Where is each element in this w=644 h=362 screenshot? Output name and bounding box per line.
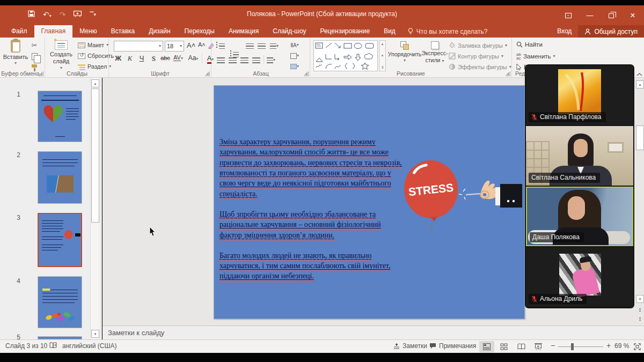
bullets-icon[interactable] [216, 42, 225, 50]
shape-effects-button[interactable]: Эффекты фигуры▾ [449, 63, 511, 70]
tab-menu[interactable]: Меню [72, 25, 104, 38]
new-slide-button[interactable]: Создать слайд ▾ [47, 40, 76, 70]
participant-tile-3-active-speaker[interactable]: Даша Полякова [526, 187, 633, 246]
collapse-ribbon-icon[interactable] [636, 72, 643, 78]
comments-toggle[interactable]: Примечания [429, 342, 476, 350]
participant-tile-4[interactable]: Альона Дриль [526, 247, 633, 307]
participant-tile-1[interactable]: Світлана Парфілова [526, 65, 633, 125]
arrange-button[interactable]: Упорядочить ▾ [389, 41, 421, 63]
slide-thumbnail-2[interactable] [38, 151, 82, 204]
slide-thumbnail-4[interactable] [38, 276, 82, 328]
arrange-icon [400, 41, 409, 50]
cut-icon[interactable]: ✂ [30, 41, 39, 49]
reading-view-button[interactable] [514, 341, 529, 352]
share-button[interactable]: Общий доступ [578, 25, 644, 38]
tab-slideshow[interactable]: Слайд-шоу [266, 25, 313, 38]
slide-sorter-view-button[interactable] [496, 341, 511, 352]
slideshow-view-button[interactable] [531, 341, 546, 352]
shape-text-box-icon [316, 43, 323, 48]
current-slide-canvas[interactable]: Зміна характеру харчування, порушення ре… [214, 85, 525, 319]
font-dialog-launcher[interactable] [205, 71, 210, 76]
align-right-icon[interactable] [240, 56, 248, 64]
text-direction-icon[interactable]: ⅡA▾ [290, 41, 299, 49]
clipboard-dialog-launcher[interactable] [39, 71, 43, 76]
zoom-slider-track[interactable] [558, 346, 603, 347]
shape-outline-button[interactable]: Контур фигуры▾ [449, 53, 503, 60]
language-status[interactable]: английский (США) [62, 342, 116, 350]
thumbnail-scrollbar[interactable]: ▴ ▾ [90, 78, 99, 339]
slide-thumbnail-3-selected[interactable] [38, 213, 82, 267]
line-spacing-icon[interactable]: ▾ [270, 42, 279, 50]
italic-button[interactable]: К [125, 54, 135, 63]
restore-icon[interactable] [608, 12, 615, 19]
section-button[interactable]: Раздел▾ [78, 63, 111, 70]
tab-animations[interactable]: Анимация [222, 25, 266, 38]
sign-in-button[interactable]: Вход [551, 25, 578, 38]
align-center-icon[interactable] [228, 56, 237, 64]
spellcheck-icon[interactable] [49, 342, 57, 351]
thumb-scroll-down-icon[interactable]: ▾ [91, 330, 99, 338]
paragraph-dialog-launcher[interactable] [304, 71, 309, 76]
replace-button[interactable]: abac Заменить▾ [516, 53, 555, 60]
zoom-in-button[interactable]: + [606, 341, 611, 350]
slide-thumbnail-1[interactable] [38, 91, 82, 142]
doc-scroll-up-icon[interactable]: ▴ [636, 80, 644, 88]
zoom-out-button[interactable]: − [551, 341, 555, 350]
tab-home[interactable]: Главная [34, 25, 73, 38]
next-slide-icon[interactable]: ▾▾ [636, 315, 644, 323]
quick-styles-button[interactable]: Экспресс- стили ▾ [421, 41, 449, 63]
shrink-font-icon[interactable]: A˄ [198, 41, 206, 48]
decrease-indent-icon[interactable] [245, 42, 254, 50]
tab-insert[interactable]: Вставка [104, 25, 142, 38]
tab-review[interactable]: Рецензирование [313, 25, 377, 38]
convert-smartart-icon[interactable]: ▾ [290, 62, 299, 71]
layout-button[interactable]: Макет▾ [78, 42, 108, 48]
align-left-icon[interactable] [216, 56, 225, 64]
normal-view-button[interactable] [479, 341, 494, 352]
drawing-dialog-launcher[interactable] [506, 71, 510, 76]
tab-view[interactable]: Вид [377, 25, 402, 38]
paste-button[interactable]: Вставить ▾ [4, 40, 27, 65]
shapes-gallery-scrollbar[interactable]: ▴▾⊻ [379, 40, 386, 71]
zoom-slider-thumb[interactable] [571, 343, 574, 350]
strikethrough-button[interactable]: abc [160, 55, 171, 61]
tab-design[interactable]: Дизайн [142, 25, 177, 38]
copy-icon[interactable] [30, 52, 39, 61]
tab-file[interactable]: Файл [4, 25, 34, 38]
character-spacing-button[interactable]: AV▾ [173, 54, 184, 61]
participant-tile-2[interactable]: Світлана Сальникова [526, 126, 633, 186]
tell-me-box[interactable]: Что вы хотите сделать? [402, 25, 493, 38]
minimize-icon[interactable]: — [586, 12, 594, 19]
find-button[interactable]: Найти [516, 41, 543, 48]
notes-toggle[interactable]: Заметки [393, 342, 427, 350]
bold-button[interactable]: Ж [113, 54, 123, 62]
shape-fill-button[interactable]: Заливка фигуры▾ [449, 42, 507, 49]
group-label-slides: Слайды [46, 70, 108, 77]
document-scrollbar[interactable]: ▴ ▾ ▴▴ ▾▾ [635, 80, 643, 324]
increase-indent-icon[interactable] [257, 42, 266, 50]
text-shadow-button[interactable]: S [148, 54, 159, 63]
notes-pane[interactable]: Заметки к слайду [103, 326, 644, 339]
font-size-combobox[interactable]: 18▾ [165, 41, 184, 51]
doc-scroll-down-icon[interactable]: ▾ [636, 295, 644, 303]
close-icon[interactable]: × [629, 12, 636, 19]
ribbon-display-options-icon[interactable]: ^ [565, 12, 572, 19]
align-text-icon[interactable]: ▾ [290, 51, 299, 60]
font-name-combobox[interactable]: ▾ [114, 41, 163, 51]
grow-font-icon[interactable]: A˄ [187, 41, 195, 49]
shape-effects-icon [449, 63, 456, 70]
fit-to-window-button[interactable] [631, 341, 643, 352]
abstract-avatar-image [558, 69, 601, 114]
underline-button[interactable]: Ч [136, 54, 147, 62]
reset-button[interactable]: Сбросить [78, 53, 114, 59]
justify-icon[interactable] [252, 56, 260, 64]
previous-slide-icon[interactable]: ▴▴ [636, 305, 644, 313]
zoom-level[interactable]: 69 % [614, 342, 629, 350]
title-bar: ↶▾ ↷ ▔▾ Полякова - PowerPoint (Сбой акти… [0, 5, 644, 25]
columns-icon[interactable]: ▾ [267, 56, 275, 64]
slide-text-block[interactable]: Зміна характеру харчування, порушення ре… [219, 137, 402, 292]
shapes-gallery[interactable] [313, 40, 378, 71]
change-case-button[interactable]: Aa▾ [188, 54, 199, 62]
tab-transitions[interactable]: Переходы [178, 25, 222, 38]
thumb-scroll-up-icon[interactable]: ▴ [91, 79, 99, 87]
